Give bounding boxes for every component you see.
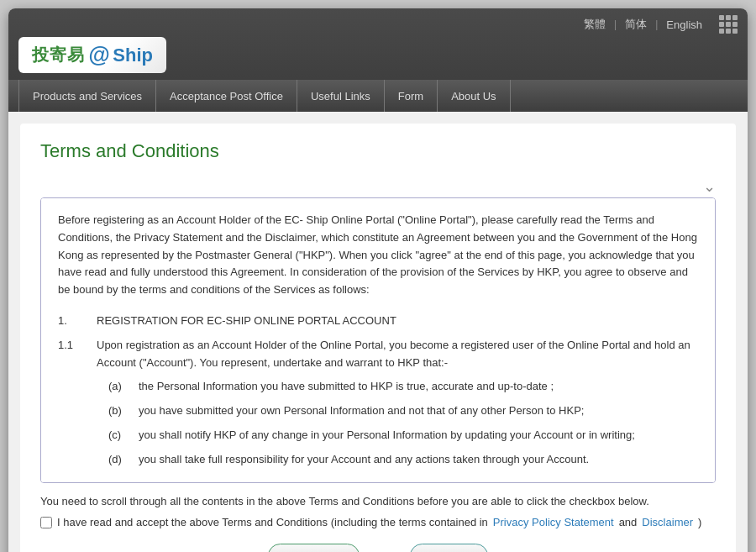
grid-menu-icon[interactable] — [719, 15, 738, 34]
section-1-2-num: 1.2 — [58, 479, 83, 483]
nav-products[interactable]: Products and Services — [18, 80, 156, 112]
section-1: 1. REGISTRATION FOR EC-SHIP ONLINE PORTA… — [58, 313, 698, 469]
disclaimer-link[interactable]: Disclaimer — [642, 516, 693, 528]
scroll-note: You need to scroll through all the conte… — [40, 495, 716, 507]
nav-bar: Products and Services Acceptance Post Of… — [8, 80, 748, 112]
list-letter-b: (b) — [108, 402, 125, 420]
nav-about[interactable]: About Us — [438, 80, 510, 112]
page-title: Terms and Conditions — [40, 140, 716, 162]
list-text-a: the Personal Information you have submit… — [139, 378, 554, 396]
brand-area: 投寄易 @ Ship — [8, 37, 748, 80]
accept-checkbox[interactable] — [40, 517, 52, 528]
checkbox-label-text: I have read and accept the above Terms a… — [57, 516, 488, 528]
header-top: 繁體 | 简体 | English — [8, 8, 748, 37]
decline-button[interactable]: Decline — [410, 544, 488, 552]
nav-form[interactable]: Form — [385, 80, 438, 112]
grid-dot — [719, 22, 724, 27]
logo-ec-at: @ — [88, 42, 109, 68]
section-1-title: REGISTRATION FOR EC-SHIP ONLINE PORTAL A… — [97, 313, 396, 330]
logo-ship: Ship — [113, 45, 153, 66]
list-item-b: (b) you have submitted your own Personal… — [108, 402, 698, 420]
section-1-heading: 1. REGISTRATION FOR EC-SHIP ONLINE PORTA… — [58, 313, 698, 330]
main-window: 繁體 | 简体 | English 投寄易 @ S — [8, 8, 748, 552]
section-1-2-text: Suspension and Termination of Account — [97, 479, 288, 483]
nav-acceptance[interactable]: Acceptance Post Office — [156, 80, 297, 112]
list-text-c: you shall notify HKP of any change in yo… — [139, 427, 635, 444]
grid-dot — [732, 15, 738, 20]
lang-simplified[interactable]: 简体 — [625, 17, 647, 32]
privacy-policy-link[interactable]: Privacy Policy Statement — [493, 516, 614, 528]
close-paren: ) — [698, 516, 701, 528]
and-text: and — [619, 516, 638, 528]
header: 繁體 | 简体 | English 投寄易 @ S — [8, 8, 748, 112]
grid-dot — [719, 29, 724, 34]
section-1-2: 1.2 Suspension and Termination of Accoun… — [58, 479, 698, 483]
accept-checkbox-row: I have read and accept the above Terms a… — [40, 516, 716, 528]
scroll-arrow-icon: ⌄ — [40, 179, 716, 194]
grid-dot — [726, 22, 731, 27]
lang-english[interactable]: English — [666, 18, 702, 31]
lang-traditional[interactable]: 繁體 — [584, 17, 606, 32]
list-letter-a: (a) — [108, 378, 125, 396]
list-letter-c: (c) — [108, 427, 125, 444]
list-item-c: (c) you shall notify HKP of any change i… — [108, 427, 698, 444]
section-1-1-num: 1.1 — [58, 337, 83, 372]
list-text-d: you shall take full responsibility for y… — [139, 451, 589, 469]
terms-box-wrapper: ⌄ Before registering as an Account Holde… — [40, 179, 716, 483]
grid-dot — [726, 15, 731, 20]
terms-intro: Before registering as an Account Holder … — [58, 212, 698, 299]
language-selector: 繁體 | 简体 | English — [584, 17, 702, 32]
list-item-d: (d) you shall take full responsibility f… — [108, 451, 698, 469]
nav-useful-links[interactable]: Useful Links — [297, 80, 385, 112]
section-1-1-text: Upon registration as an Account Holder o… — [97, 337, 698, 372]
grid-dot — [732, 22, 738, 27]
section-1-num: 1. — [58, 313, 83, 330]
logo[interactable]: 投寄易 @ Ship — [18, 37, 166, 73]
button-row: Accept ► Decline — [40, 544, 716, 552]
list-item-a: (a) the Personal Information you have su… — [108, 378, 698, 396]
section-1-1: 1.1 Upon registration as an Account Hold… — [58, 337, 698, 372]
main-content: Terms and Conditions ⌄ Before registerin… — [20, 124, 736, 552]
terms-content-box[interactable]: Before registering as an Account Holder … — [40, 197, 716, 483]
list-letter-d: (d) — [108, 451, 125, 469]
accept-button[interactable]: Accept ► — [268, 544, 360, 552]
grid-dot — [732, 29, 738, 34]
grid-dot — [726, 29, 731, 34]
logo-chinese: 投寄易 — [32, 44, 85, 66]
list-text-b: you have submitted your own Personal Inf… — [139, 402, 584, 420]
grid-dot — [719, 15, 724, 20]
